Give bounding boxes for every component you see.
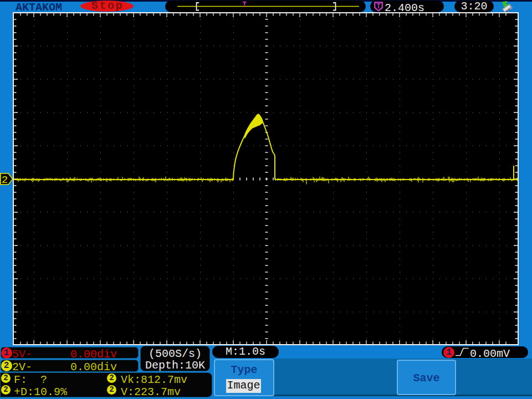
svg-text:T: T (376, 3, 380, 11)
svg-text:2: 2 (2, 174, 8, 185)
